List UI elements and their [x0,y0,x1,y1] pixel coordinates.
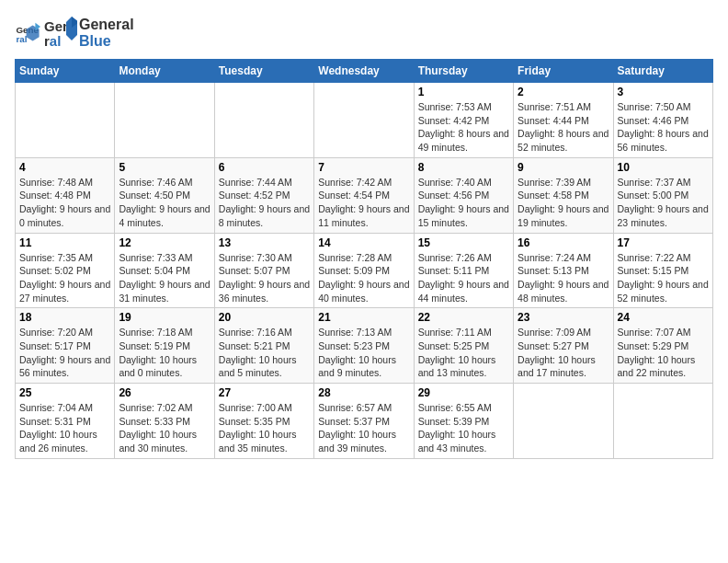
day-info: Sunrise: 7:46 AMSunset: 4:50 PMDaylight:… [119,176,210,230]
calendar-day-cell: 12Sunrise: 7:33 AMSunset: 5:04 PMDayligh… [115,233,214,308]
calendar-day-cell: 22Sunrise: 7:11 AMSunset: 5:25 PMDayligh… [414,308,513,384]
day-info: Sunrise: 7:44 AMSunset: 4:52 PMDaylight:… [219,176,310,230]
day-number: 19 [119,311,210,324]
calendar-day-cell [115,83,214,158]
day-number: 17 [618,236,709,249]
calendar-day-cell: 7Sunrise: 7:42 AMSunset: 4:54 PMDaylight… [314,157,414,233]
calendar-day-cell: 28Sunrise: 6:57 AMSunset: 5:37 PMDayligh… [314,384,414,459]
day-info: Sunrise: 7:28 AMSunset: 5:09 PMDaylight:… [318,251,409,305]
svg-text:ral: ral [16,34,27,44]
day-number: 11 [19,236,110,249]
day-number: 4 [19,161,110,174]
day-number: 23 [518,311,609,324]
logo-text-line1: General [79,17,134,33]
calendar-day-cell: 23Sunrise: 7:09 AMSunset: 5:27 PMDayligh… [514,308,613,384]
weekday-header-cell: Tuesday [214,60,313,83]
calendar-week-row: 18Sunrise: 7:20 AMSunset: 5:17 PMDayligh… [16,308,713,384]
day-number: 9 [518,161,609,174]
day-number: 28 [318,386,409,399]
calendar-day-cell: 1Sunrise: 7:53 AMSunset: 4:42 PMDaylight… [414,83,513,158]
day-number: 5 [119,161,210,174]
page-header: Gene ral Gene ral General Blue [15,15,713,52]
day-number: 21 [318,311,409,324]
calendar-day-cell: 25Sunrise: 7:04 AMSunset: 5:31 PMDayligh… [16,384,115,459]
day-info: Sunrise: 7:16 AMSunset: 5:21 PMDaylight:… [219,326,310,380]
day-info: Sunrise: 6:55 AMSunset: 5:39 PMDaylight:… [418,401,509,455]
day-info: Sunrise: 7:04 AMSunset: 5:31 PMDaylight:… [19,401,110,455]
weekday-header-cell: Thursday [414,60,513,83]
calendar-day-cell [613,384,712,459]
weekday-header-cell: Sunday [16,60,115,83]
day-number: 13 [219,236,310,249]
day-number: 14 [318,236,409,249]
day-info: Sunrise: 7:24 AMSunset: 5:13 PMDaylight:… [518,251,609,305]
calendar-day-cell: 14Sunrise: 7:28 AMSunset: 5:09 PMDayligh… [314,233,414,308]
calendar-day-cell: 13Sunrise: 7:30 AMSunset: 5:07 PMDayligh… [214,233,313,308]
calendar-week-row: 25Sunrise: 7:04 AMSunset: 5:31 PMDayligh… [16,384,713,459]
day-number: 12 [119,236,210,249]
logo-text-line2: Blue [79,33,134,50]
day-number: 18 [19,311,110,324]
calendar-week-row: 4Sunrise: 7:48 AMSunset: 4:48 PMDaylight… [16,157,713,233]
day-info: Sunrise: 7:30 AMSunset: 5:07 PMDaylight:… [219,251,310,305]
calendar-day-cell [214,83,313,158]
day-info: Sunrise: 7:33 AMSunset: 5:04 PMDaylight:… [119,251,210,305]
calendar-day-cell: 3Sunrise: 7:50 AMSunset: 4:46 PMDaylight… [613,83,712,158]
calendar-day-cell [16,83,115,158]
calendar-day-cell [514,384,613,459]
calendar-day-cell: 6Sunrise: 7:44 AMSunset: 4:52 PMDaylight… [214,157,313,233]
calendar-day-cell: 9Sunrise: 7:39 AMSunset: 4:58 PMDaylight… [514,157,613,233]
logo: Gene ral Gene ral General Blue [15,15,134,52]
svg-text:ral: ral [44,33,61,49]
calendar-day-cell: 17Sunrise: 7:22 AMSunset: 5:15 PMDayligh… [613,233,712,308]
day-number: 25 [19,386,110,399]
day-number: 26 [119,386,210,399]
calendar-table: SundayMondayTuesdayWednesdayThursdayFrid… [15,59,713,459]
calendar-day-cell: 4Sunrise: 7:48 AMSunset: 4:48 PMDaylight… [16,157,115,233]
day-info: Sunrise: 7:53 AMSunset: 4:42 PMDaylight:… [418,100,509,155]
calendar-week-row: 1Sunrise: 7:53 AMSunset: 4:42 PMDaylight… [16,83,713,158]
day-number: 6 [219,161,310,174]
calendar-day-cell: 20Sunrise: 7:16 AMSunset: 5:21 PMDayligh… [214,308,313,384]
day-number: 27 [219,386,310,399]
calendar-day-cell [314,83,414,158]
day-number: 7 [318,161,409,174]
day-number: 29 [418,386,509,399]
calendar-day-cell: 15Sunrise: 7:26 AMSunset: 5:11 PMDayligh… [414,233,513,308]
calendar-day-cell: 18Sunrise: 7:20 AMSunset: 5:17 PMDayligh… [16,308,115,384]
day-info: Sunrise: 7:20 AMSunset: 5:17 PMDaylight:… [19,326,110,380]
day-number: 16 [518,236,609,249]
general-blue-logo-svg: Gene ral [44,15,77,52]
day-number: 10 [618,161,709,174]
day-info: Sunrise: 7:50 AMSunset: 4:46 PMDaylight:… [618,100,709,155]
day-number: 3 [618,86,709,98]
calendar-day-cell: 5Sunrise: 7:46 AMSunset: 4:50 PMDaylight… [115,157,214,233]
day-info: Sunrise: 7:40 AMSunset: 4:56 PMDaylight:… [418,176,509,230]
day-info: Sunrise: 7:42 AMSunset: 4:54 PMDaylight:… [318,176,409,230]
day-info: Sunrise: 7:37 AMSunset: 5:00 PMDaylight:… [618,176,709,230]
day-info: Sunrise: 7:00 AMSunset: 5:35 PMDaylight:… [219,401,310,455]
day-number: 15 [418,236,509,249]
weekday-header-cell: Saturday [613,60,712,83]
weekday-header-row: SundayMondayTuesdayWednesdayThursdayFrid… [16,60,713,83]
weekday-header-cell: Monday [115,60,214,83]
day-number: 2 [518,86,609,98]
day-info: Sunrise: 7:13 AMSunset: 5:23 PMDaylight:… [318,326,409,380]
day-number: 20 [219,311,310,324]
day-info: Sunrise: 6:57 AMSunset: 5:37 PMDaylight:… [318,401,409,455]
day-info: Sunrise: 7:35 AMSunset: 5:02 PMDaylight:… [19,251,110,305]
calendar-day-cell: 24Sunrise: 7:07 AMSunset: 5:29 PMDayligh… [613,308,712,384]
day-info: Sunrise: 7:39 AMSunset: 4:58 PMDaylight:… [518,176,609,230]
day-number: 24 [618,311,709,324]
day-info: Sunrise: 7:09 AMSunset: 5:27 PMDaylight:… [518,326,609,380]
calendar-day-cell: 21Sunrise: 7:13 AMSunset: 5:23 PMDayligh… [314,308,414,384]
calendar-day-cell: 2Sunrise: 7:51 AMSunset: 4:44 PMDaylight… [514,83,613,158]
day-info: Sunrise: 7:02 AMSunset: 5:33 PMDaylight:… [119,401,210,455]
calendar-day-cell: 29Sunrise: 6:55 AMSunset: 5:39 PMDayligh… [414,384,513,459]
day-info: Sunrise: 7:07 AMSunset: 5:29 PMDaylight:… [618,326,709,380]
day-info: Sunrise: 7:11 AMSunset: 5:25 PMDaylight:… [418,326,509,380]
day-number: 8 [418,161,509,174]
calendar-day-cell: 8Sunrise: 7:40 AMSunset: 4:56 PMDaylight… [414,157,513,233]
day-info: Sunrise: 7:18 AMSunset: 5:19 PMDaylight:… [119,326,210,380]
calendar-day-cell: 16Sunrise: 7:24 AMSunset: 5:13 PMDayligh… [514,233,613,308]
